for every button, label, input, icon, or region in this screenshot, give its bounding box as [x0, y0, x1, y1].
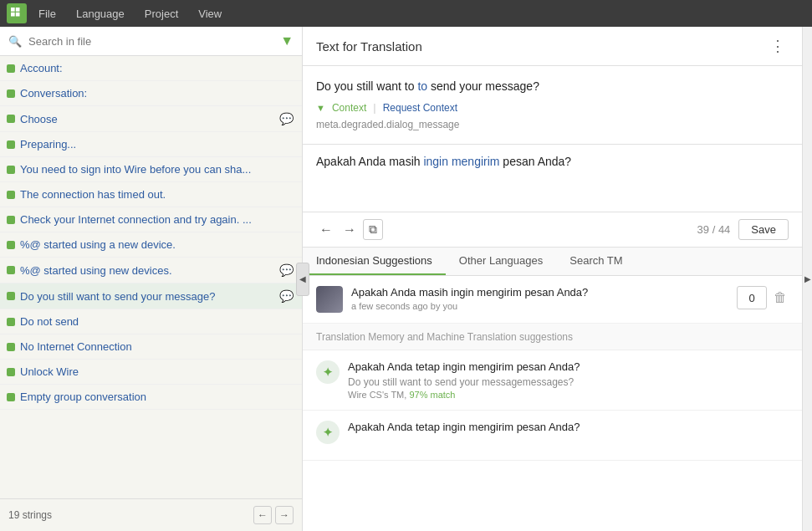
pagination-display: 39 / 44	[697, 223, 731, 236]
string-label: %@ started using new devices.	[20, 264, 274, 277]
prev-translation-button[interactable]: ←	[316, 221, 336, 239]
list-item[interactable]: Unlock Wire	[0, 360, 302, 385]
copy-source-button[interactable]: ⧉	[363, 219, 383, 240]
string-label: Do you still want to send your message?	[20, 290, 274, 303]
header-icons: ⋮	[767, 35, 789, 57]
main-layout: 🔍 ▼ Account: Conversation: Choose 💬 Prep…	[0, 27, 812, 531]
comment-icon: 💬	[279, 112, 294, 125]
status-dot	[7, 166, 15, 174]
string-label: Account:	[20, 62, 294, 74]
next-translation-button[interactable]: →	[340, 221, 360, 239]
delete-suggestion-button[interactable]: 🗑	[772, 288, 789, 307]
status-dot	[7, 64, 15, 73]
list-item-active[interactable]: Do you still want to send your message? …	[0, 283, 302, 309]
highlighted-word: to	[417, 79, 427, 93]
svg-rect-0	[11, 8, 15, 12]
context-bar: ▼ Context | Request Context	[316, 101, 789, 114]
status-dot	[7, 191, 15, 199]
status-dot	[7, 89, 15, 98]
list-item[interactable]: Choose 💬	[0, 106, 302, 132]
comment-icon: 💬	[279, 263, 294, 277]
svg-rect-3	[16, 13, 20, 17]
tm-label: Translation Memory and Machine Translati…	[316, 331, 573, 343]
list-item[interactable]: Empty group conversation	[0, 385, 302, 410]
string-label: Unlock Wire	[20, 365, 294, 378]
context-separator: |	[373, 101, 375, 114]
context-link[interactable]: Context	[332, 102, 366, 114]
string-count: 19 strings	[8, 509, 52, 521]
tm-source-underline: messages	[523, 376, 569, 388]
right-panel: Text for Translation ⋮ Do you still want…	[303, 27, 802, 531]
menu-project[interactable]: Project	[136, 4, 186, 23]
suggestion-score: 0 🗑	[737, 286, 789, 309]
status-dot	[7, 292, 15, 300]
translation-text[interactable]: Apakah Anda masih ingin mengirim pesan A…	[316, 155, 789, 205]
search-input[interactable]	[28, 35, 273, 48]
tab-search-tm[interactable]: Search TM	[556, 248, 636, 275]
request-context-link[interactable]: Request Context	[383, 102, 457, 114]
list-item[interactable]: No Internet Connection	[0, 334, 302, 360]
tabs-bar: Indonesian Suggestions Other Languages S…	[303, 248, 802, 276]
svg-rect-1	[16, 8, 20, 12]
tm-content-2: Apakah Anda tetap ingin mengirim pesan A…	[348, 421, 789, 450]
right-header: Text for Translation ⋮	[303, 27, 802, 66]
tm-suggestion-1: ✦ Apakah Anda tetap ingin mengirim pesan…	[303, 350, 802, 411]
footer-nav: ← →	[253, 506, 294, 524]
filter-icon[interactable]: ▼	[280, 33, 294, 49]
tm-icon-2: ✦	[316, 421, 340, 444]
sidebar: 🔍 ▼ Account: Conversation: Choose 💬 Prep…	[0, 27, 303, 531]
translation-area[interactable]: Apakah Anda masih ingin mengirim pesan A…	[303, 145, 802, 212]
list-item[interactable]: Preparing...	[0, 132, 302, 157]
more-options-button[interactable]: ⋮	[767, 35, 789, 57]
list-item[interactable]: %@ started using new devices. 💬	[0, 258, 302, 283]
prev-string-button[interactable]: ←	[253, 506, 272, 524]
comment-icon: 💬	[279, 289, 294, 303]
menu-view[interactable]: View	[190, 4, 230, 23]
status-dot	[7, 216, 15, 224]
list-item[interactable]: Check your Internet connection and try a…	[0, 207, 302, 232]
list-item[interactable]: You need to sign into Wire before you ca…	[0, 157, 302, 182]
string-label: No Internet Connection	[20, 340, 294, 353]
nav-arrows: ← → ⧉	[316, 219, 383, 240]
status-dot	[7, 343, 15, 351]
tab-indonesian-suggestions[interactable]: Indonesian Suggestions	[303, 248, 446, 275]
save-button[interactable]: Save	[738, 219, 789, 240]
chevron-right-icon: ▶	[804, 274, 811, 283]
status-dot	[7, 115, 15, 123]
tm-text: Apakah Anda tetap ingin mengirim pesan A…	[348, 360, 789, 373]
string-label: %@ started using a new device.	[20, 238, 294, 251]
list-item[interactable]: Account:	[0, 56, 302, 81]
sidebar-footer: 19 strings ← →	[0, 498, 302, 531]
source-text-area: Do you still want to to send your messag…	[303, 66, 802, 145]
svg-rect-2	[11, 13, 15, 17]
suggestion-meta: a few seconds ago by you	[351, 301, 728, 311]
collapse-right-button[interactable]: ▶	[802, 27, 812, 531]
string-label: Preparing...	[20, 138, 294, 151]
tab-other-languages[interactable]: Other Languages	[446, 248, 556, 275]
meta-key-label: meta.degraded.dialog_message	[316, 119, 789, 130]
string-label: The connection has timed out.	[20, 188, 294, 201]
list-item[interactable]: The connection has timed out.	[0, 182, 302, 207]
avatar-image	[316, 286, 343, 313]
list-item[interactable]: %@ started using a new device.	[0, 232, 302, 258]
menu-language[interactable]: Language	[68, 4, 133, 23]
page-title: Text for Translation	[316, 39, 422, 54]
status-dot	[7, 140, 15, 149]
tm-content: Apakah Anda tetap ingin mengirim pesan A…	[348, 360, 789, 400]
context-arrow-icon: ▼	[316, 103, 325, 113]
string-list: Account: Conversation: Choose 💬 Preparin…	[0, 56, 302, 498]
tm-source: Do you still want to send your messageme…	[348, 376, 789, 388]
translation-footer: ← → ⧉ 39 / 44 Save	[303, 212, 802, 248]
blue-word-2: mengirim	[452, 155, 500, 168]
collapse-sidebar-button[interactable]: ◀	[296, 263, 309, 296]
score-value: 0	[737, 286, 767, 309]
next-string-button[interactable]: →	[275, 506, 294, 524]
tm-match: Wire CS's TM, 97% match	[348, 390, 789, 400]
status-dot	[7, 266, 15, 274]
tm-match-pct: 97% match	[409, 390, 455, 400]
menu-file[interactable]: File	[30, 4, 64, 23]
list-item[interactable]: Conversation:	[0, 81, 302, 106]
list-item[interactable]: Do not send	[0, 309, 302, 334]
app-grid-icon[interactable]	[7, 3, 27, 23]
tm-section-header: Translation Memory and Machine Translati…	[303, 324, 802, 350]
